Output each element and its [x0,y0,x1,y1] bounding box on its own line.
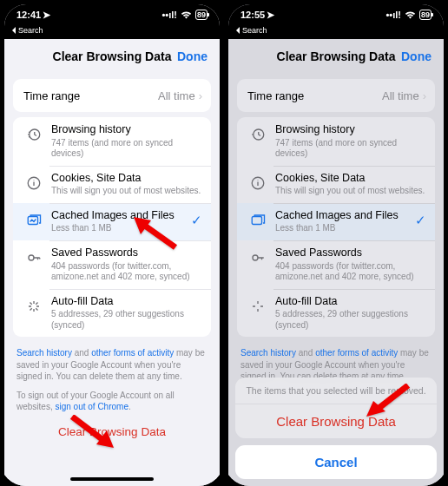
sign-out-link[interactable]: sign out of Chrome [55,402,128,411]
time-range-row[interactable]: Time range All time› [237,79,435,112]
key-icon [23,247,44,268]
row-cached-images[interactable]: Cached Images and FilesLess than 1 MB ✓ [237,203,435,240]
clear-browsing-data-button[interactable]: Clear Browsing Data [4,415,220,443]
svg-rect-6 [252,216,261,224]
battery-icon: 89 [195,10,208,20]
row-browsing-history[interactable]: Browsing history747 items (and more on s… [237,117,435,166]
search-history-note: Search history and other forms of activi… [4,342,220,384]
history-icon [247,124,268,145]
checkmark-icon: ✓ [415,213,426,228]
autofill-icon [23,296,44,317]
time-range-value: All time [158,89,195,102]
autofill-icon [247,296,268,317]
signal-icon: ••ıl! [162,10,177,20]
time-range-label: Time range [23,89,80,102]
time-range-row[interactable]: Time range All time› [13,79,211,112]
image-icon [247,210,268,231]
home-indicator [70,477,154,481]
battery-icon: 89 [419,10,432,20]
row-autofill[interactable]: Auto-fill Data5 addresses, 29 other sugg… [13,289,211,338]
back-to-search[interactable]: Search [228,23,444,39]
checkmark-icon: ✓ [191,213,202,228]
wifi-icon [405,10,416,19]
sheet-header: Clear Browsing Data Done [4,39,220,74]
page-title: Clear Browsing Data [53,49,172,63]
action-message: The items that you selected will be remo… [235,378,437,404]
wifi-icon [181,10,192,19]
status-bar: 12:41➤ ••ıl! 89 [4,4,220,23]
image-icon [23,210,44,231]
done-button[interactable]: Done [401,49,432,63]
other-activity-link[interactable]: other forms of activity [91,348,174,358]
svg-point-7 [253,255,258,260]
status-bar: 12:55➤ ••ıl! 89 [228,4,444,23]
svg-point-3 [29,255,34,260]
screenshot-left: 12:41➤ ••ıl! 89 Search Clear Browsing Da… [0,0,224,486]
action-sheet: The items that you selected will be remo… [235,378,437,479]
info-icon [23,173,44,194]
screenshot-right: 12:55➤ ••ıl! 89 Search Clear Browsing Da… [224,0,448,486]
key-icon [247,247,268,268]
page-title: Clear Browsing Data [277,49,396,63]
location-icon: ➤ [267,10,274,21]
row-cookies[interactable]: Cookies, Site DataThis will sign you out… [237,166,435,203]
chevron-right-icon: › [199,89,202,102]
confirm-clear-button[interactable]: Clear Browsing Data [235,404,437,438]
back-to-search[interactable]: Search [4,23,220,39]
cancel-button[interactable]: Cancel [235,445,437,479]
search-history-link[interactable]: Search history [16,348,72,358]
row-autofill[interactable]: Auto-fill Data5 addresses, 29 other sugg… [237,289,435,338]
data-types-list: Browsing history747 items (and more on s… [13,117,211,337]
row-cookies[interactable]: Cookies, Site DataThis will sign you out… [13,166,211,203]
signal-icon: ••ıl! [386,10,401,20]
history-icon [23,124,44,145]
sign-out-note: To sign out of your Google Account on al… [4,384,220,415]
row-saved-passwords[interactable]: Saved Passwords404 passwords (for twitte… [237,240,435,289]
row-cached-images[interactable]: Cached Images and FilesLess than 1 MB ✓ [13,203,211,240]
done-button[interactable]: Done [177,49,208,63]
location-icon: ➤ [43,10,50,21]
info-icon [247,173,268,194]
chevron-right-icon: › [423,89,426,102]
row-saved-passwords[interactable]: Saved Passwords404 passwords (for twitte… [13,240,211,289]
sheet-header: Clear Browsing Data Done [228,39,444,74]
row-browsing-history[interactable]: Browsing history747 items (and more on s… [13,117,211,166]
data-types-list: Browsing history747 items (and more on s… [237,117,435,337]
